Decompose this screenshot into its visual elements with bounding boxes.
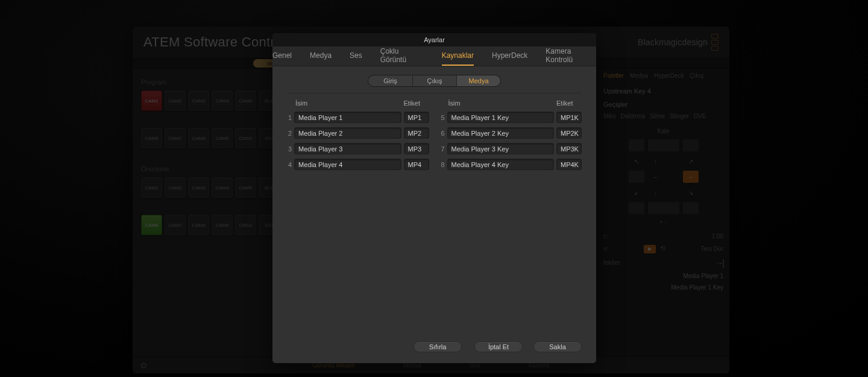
tab-hyperdeck[interactable]: HyperDeck xyxy=(492,46,527,66)
cancel-button[interactable]: İptal Et xyxy=(474,341,523,352)
tab-media[interactable]: Medya xyxy=(310,46,332,66)
divider xyxy=(287,93,582,93)
row-number: 7 xyxy=(440,145,445,153)
tab-sources[interactable]: Kaynaklar xyxy=(442,46,474,66)
source-row: 6Media Player 2 KeyMP2K xyxy=(440,127,582,139)
save-button[interactable]: Sakla xyxy=(533,341,582,352)
name-field[interactable]: Media Player 1 xyxy=(294,112,401,123)
seg-input[interactable]: Giriş xyxy=(368,75,412,86)
source-row: 1Media Player 1MP1 xyxy=(287,112,429,123)
source-row: 5Media Player 1 KeyMP1K xyxy=(440,112,582,123)
header-name: İsim xyxy=(448,100,557,107)
name-field[interactable]: Media Player 4 xyxy=(294,159,401,170)
tag-field[interactable]: MP3K xyxy=(556,143,582,154)
reset-button[interactable]: Sıfırla xyxy=(414,341,462,352)
tag-field[interactable]: MP1 xyxy=(404,112,429,123)
source-row: 2Media Player 2MP2 xyxy=(287,127,429,139)
name-field[interactable]: Media Player 3 Key xyxy=(447,143,555,154)
name-field[interactable]: Media Player 4 Key xyxy=(447,159,555,170)
left-column: İsim Etiket 1Media Player 1MP12Media Pla… xyxy=(287,100,429,174)
tag-field[interactable]: MP2K xyxy=(556,127,582,139)
header-name: İsim xyxy=(295,100,404,107)
tag-field[interactable]: MP4 xyxy=(404,159,429,170)
tab-camera-control[interactable]: Kamera Kontrolü xyxy=(546,46,596,66)
tag-field[interactable]: MP1K xyxy=(556,112,582,123)
tag-field[interactable]: MP3 xyxy=(404,143,429,154)
seg-output[interactable]: Çıkış xyxy=(412,75,456,86)
source-row: 8Media Player 4 KeyMP4K xyxy=(440,159,582,170)
tab-audio[interactable]: Ses xyxy=(350,46,362,66)
name-field[interactable]: Media Player 2 Key xyxy=(447,127,555,139)
tag-field[interactable]: MP4K xyxy=(556,159,582,170)
row-number: 6 xyxy=(440,130,445,137)
source-columns: İsim Etiket 1Media Player 1MP12Media Pla… xyxy=(272,100,596,174)
row-number: 2 xyxy=(287,130,292,137)
tab-multiview[interactable]: Çoklu Görüntü xyxy=(380,46,424,66)
right-column: İsim Etiket 5Media Player 1 KeyMP1K6Medi… xyxy=(440,100,582,174)
name-field[interactable]: Media Player 1 Key xyxy=(447,112,555,123)
source-row: 4Media Player 4MP4 xyxy=(287,159,429,170)
modal-footer: Sıfırla İptal Et Sakla xyxy=(272,333,596,363)
source-row: 7Media Player 3 KeyMP3K xyxy=(440,143,582,154)
row-number: 3 xyxy=(287,145,292,153)
tab-general[interactable]: Genel xyxy=(272,46,292,66)
header-tag: Etiket xyxy=(404,100,429,107)
row-number: 4 xyxy=(287,161,292,168)
settings-modal: Ayarlar Genel Medya Ses Çoklu Görüntü Ka… xyxy=(272,33,596,363)
modal-title: Ayarlar xyxy=(272,33,596,46)
source-row: 3Media Player 3MP3 xyxy=(287,143,429,154)
header-tag: Etiket xyxy=(556,100,582,107)
name-field[interactable]: Media Player 2 xyxy=(294,127,401,139)
tag-field[interactable]: MP2 xyxy=(404,127,429,139)
modal-tabs: Genel Medya Ses Çoklu Görüntü Kaynaklar … xyxy=(272,46,596,66)
row-number: 5 xyxy=(440,114,445,121)
segment-control: Giriş Çıkış Medya xyxy=(272,66,596,93)
row-number: 8 xyxy=(440,161,445,168)
row-number: 1 xyxy=(287,114,292,121)
seg-media[interactable]: Medya xyxy=(456,75,500,86)
name-field[interactable]: Media Player 3 xyxy=(294,143,401,154)
